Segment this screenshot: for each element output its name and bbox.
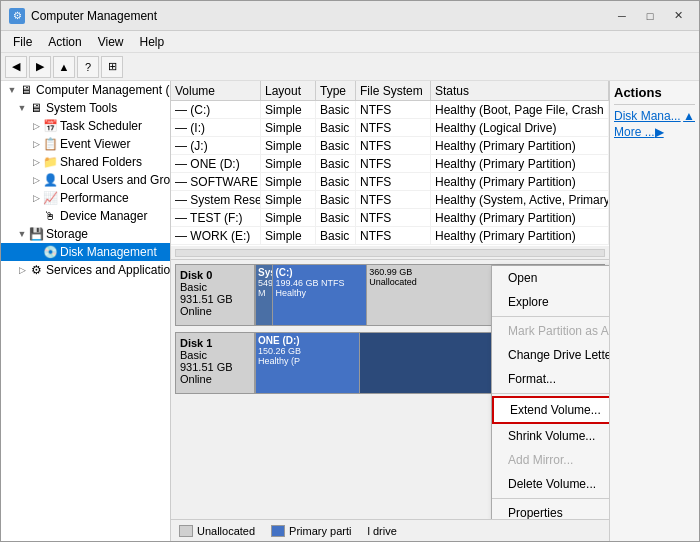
- table-header: Volume Layout Type File System Status: [171, 81, 609, 101]
- part-size: 360.99 GB: [369, 267, 496, 277]
- cell-status-1: Healthy (Logical Drive): [431, 119, 609, 136]
- horizontal-scrollbar[interactable]: [175, 249, 605, 257]
- sidebar-storage-label: Storage: [46, 227, 88, 241]
- ctx-separator-3: [492, 498, 609, 499]
- menu-file[interactable]: File: [5, 33, 40, 51]
- sidebar-item-performance[interactable]: ▷ 📈 Performance: [1, 189, 170, 207]
- ctx-extend-volume[interactable]: Extend Volume...: [492, 396, 609, 424]
- disk1-partition-1[interactable]: [360, 333, 499, 393]
- sidebar-item-root[interactable]: ▼ 🖥 Computer Management (Local: [1, 81, 170, 99]
- close-button[interactable]: ✕: [665, 6, 691, 26]
- sidebar-item-task-scheduler[interactable]: ▷ 📅 Task Scheduler: [1, 117, 170, 135]
- actions-section-label: Disk Mana...: [614, 109, 681, 123]
- table-row[interactable]: — (I:) Simple Basic NTFS Healthy (Logica…: [171, 119, 609, 137]
- scroll-bar[interactable]: [171, 246, 609, 260]
- ctx-mark-active: Mark Partition as Active: [492, 319, 609, 343]
- view-button[interactable]: ⊞: [101, 56, 123, 78]
- services-icon: ⚙: [29, 263, 43, 277]
- disk1-status: Online: [180, 373, 250, 385]
- sidebar-item-device-manager[interactable]: 🖱 Device Manager: [1, 207, 170, 225]
- part-size: 150.26 GB: [258, 346, 357, 356]
- forward-button[interactable]: ▶: [29, 56, 51, 78]
- disk-management-icon: 💿: [43, 245, 57, 259]
- main-content: ▼ 🖥 Computer Management (Local ▼ 🖥 Syste…: [1, 81, 699, 541]
- disk0-partition-1[interactable]: (C:) 199.46 GB NTFS Healthy: [273, 265, 367, 325]
- expand-icon-storage: ▼: [15, 227, 29, 241]
- sidebar-item-local-users[interactable]: ▷ 👤 Local Users and Groups: [1, 171, 170, 189]
- part-name: ONE (D:): [258, 335, 357, 346]
- cell-fs-3: NTFS: [356, 155, 431, 172]
- table-row[interactable]: — ONE (D:) Simple Basic NTFS Healthy (Pr…: [171, 155, 609, 173]
- disk0-partition-0[interactable]: Syster 549 M: [256, 265, 273, 325]
- table-row[interactable]: — TEST (F:) Simple Basic NTFS Healthy (P…: [171, 209, 609, 227]
- cell-volume-1: — (I:): [171, 119, 261, 136]
- shared-folders-icon: 📁: [43, 155, 57, 169]
- cell-status-5: Healthy (System, Active, Primary Partiti…: [431, 191, 609, 208]
- back-button[interactable]: ◀: [5, 56, 27, 78]
- part-name: Syster: [258, 267, 270, 278]
- table-row[interactable]: — System Reserved Simple Basic NTFS Heal…: [171, 191, 609, 209]
- cell-status-4: Healthy (Primary Partition): [431, 173, 609, 190]
- table-row[interactable]: — (C:) Simple Basic NTFS Healthy (Boot, …: [171, 101, 609, 119]
- ctx-explore[interactable]: Explore: [492, 290, 609, 314]
- table-row[interactable]: — (J:) Simple Basic NTFS Healthy (Primar…: [171, 137, 609, 155]
- sidebar-shared-folders-label: Shared Folders: [60, 155, 142, 169]
- status-bar: Unallocated Primary parti l drive: [171, 519, 609, 541]
- cell-volume-2: — (J:): [171, 137, 261, 154]
- expand-icon: ▼: [5, 83, 19, 97]
- ctx-change-letter[interactable]: Change Drive Letter and Paths...: [492, 343, 609, 367]
- part-size: 549 M: [258, 278, 270, 298]
- minimize-button[interactable]: ─: [609, 6, 635, 26]
- expand-icon-device: [29, 209, 43, 223]
- menu-help[interactable]: Help: [132, 33, 173, 51]
- actions-expand-icon: ▲: [683, 109, 695, 123]
- cell-layout-5: Simple: [261, 191, 316, 208]
- table-row[interactable]: — SOFTWARE (G:) Simple Basic NTFS Health…: [171, 173, 609, 191]
- window-controls: ─ □ ✕: [609, 6, 691, 26]
- col-header-type: Type: [316, 81, 356, 100]
- col-header-layout: Layout: [261, 81, 316, 100]
- help-button[interactable]: ?: [77, 56, 99, 78]
- actions-more-label: More ...: [614, 125, 655, 139]
- menu-action[interactable]: Action: [40, 33, 89, 51]
- cell-volume-0: — (C:): [171, 101, 261, 118]
- ctx-format[interactable]: Format...: [492, 367, 609, 391]
- ctx-separator-2: [492, 393, 609, 394]
- actions-disk-manage[interactable]: Disk Mana... ▲: [614, 109, 695, 123]
- table-row[interactable]: — WORK (E:) Simple Basic NTFS Healthy (P…: [171, 227, 609, 245]
- disk0-partition-2[interactable]: 360.99 GB Unallocated: [367, 265, 499, 325]
- cell-layout-4: Simple: [261, 173, 316, 190]
- legend-unallocated: Unallocated: [179, 525, 255, 537]
- cell-fs-6: NTFS: [356, 209, 431, 226]
- expand-icon-system: ▼: [15, 101, 29, 115]
- disk-table: — (C:) Simple Basic NTFS Healthy (Boot, …: [171, 101, 609, 246]
- sidebar-item-event-viewer[interactable]: ▷ 📋 Event Viewer: [1, 135, 170, 153]
- sidebar-item-shared-folders[interactable]: ▷ 📁 Shared Folders: [1, 153, 170, 171]
- sidebar-item-disk-management[interactable]: 💿 Disk Management: [1, 243, 170, 261]
- disk1-partition-0[interactable]: ONE (D:) 150.26 GB Healthy (P: [256, 333, 360, 393]
- cell-type-5: Basic: [316, 191, 356, 208]
- up-button[interactable]: ▲: [53, 56, 75, 78]
- sidebar-item-system-tools[interactable]: ▼ 🖥 System Tools: [1, 99, 170, 117]
- status-drive-text: l drive: [367, 525, 396, 537]
- cell-status-3: Healthy (Primary Partition): [431, 155, 609, 172]
- disk0-size: 931.51 GB: [180, 293, 250, 305]
- ctx-open[interactable]: Open: [492, 266, 609, 290]
- actions-more[interactable]: More ... ▶: [614, 125, 695, 139]
- maximize-button[interactable]: □: [637, 6, 663, 26]
- menu-view[interactable]: View: [90, 33, 132, 51]
- ctx-shrink-volume[interactable]: Shrink Volume...: [492, 424, 609, 448]
- ctx-properties[interactable]: Properties: [492, 501, 609, 519]
- ctx-delete-volume[interactable]: Delete Volume...: [492, 472, 609, 496]
- cell-status-6: Healthy (Primary Partition): [431, 209, 609, 226]
- main-window: ⚙ Computer Management ─ □ ✕ File Action …: [0, 0, 700, 542]
- device-manager-icon: 🖱: [43, 209, 57, 223]
- sidebar-item-storage[interactable]: ▼ 💾 Storage: [1, 225, 170, 243]
- cell-volume-3: — ONE (D:): [171, 155, 261, 172]
- disk1-label: Disk 1 Basic 931.51 GB Online: [175, 332, 255, 394]
- cell-type-2: Basic: [316, 137, 356, 154]
- sidebar-item-services-apps[interactable]: ▷ ⚙ Services and Applications: [1, 261, 170, 279]
- cell-fs-0: NTFS: [356, 101, 431, 118]
- disk0-type: Basic: [180, 281, 250, 293]
- col-header-filesystem: File System: [356, 81, 431, 100]
